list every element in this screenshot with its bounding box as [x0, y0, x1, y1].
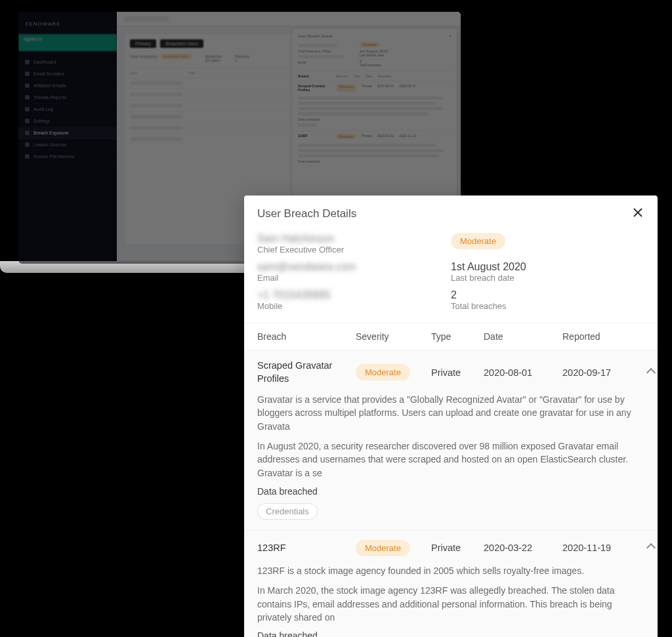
breach-name: 123RF: [257, 542, 356, 555]
modal-header: User Breach Details: [244, 195, 658, 229]
breach-row[interactable]: 123RF Moderate Private 2020-03-22 2020-1…: [257, 540, 644, 556]
severity-badge: Moderate: [451, 233, 505, 249]
breach-type: Private: [431, 367, 484, 378]
chevron-up-icon[interactable]: [646, 543, 656, 552]
breach-severity-badge: Moderate: [356, 540, 410, 556]
col-severity: Severity: [356, 331, 431, 342]
col-type: Type: [431, 331, 484, 342]
mobile-label: Mobile: [257, 301, 451, 311]
close-icon[interactable]: [631, 206, 644, 221]
col-reported: Reported: [562, 331, 641, 342]
col-breach: Breach: [257, 331, 356, 342]
breach-name: Scraped Gravatar Profiles: [257, 360, 356, 385]
modal-title: User Breach Details: [257, 207, 356, 220]
breach-reported: 2020-09-17: [562, 367, 641, 378]
breach-reported: 2020-11-19: [562, 543, 641, 553]
breach-description: In August 2020, a security researcher di…: [257, 440, 644, 480]
tag: Credentials: [257, 503, 318, 520]
breach-date: 2020-03-22: [484, 543, 562, 553]
breach-tags: Credentials: [257, 503, 644, 520]
breach-item: 123RF Moderate Private 2020-03-22 2020-1…: [244, 530, 658, 637]
breach-date: 2020-08-01: [484, 367, 562, 378]
user-role: Chief Executive Officer: [257, 245, 451, 255]
chevron-up-icon[interactable]: [646, 367, 656, 377]
breach-row[interactable]: Scraped Gravatar Profiles Moderate Priva…: [257, 360, 644, 385]
total-breaches: 2: [451, 289, 644, 301]
breach-description: 123RF is a stock image agency founded in…: [257, 564, 644, 577]
user-breach-modal: User Breach Details Sam Hatchinson Chief…: [244, 195, 658, 637]
last-breach-label: Last breach date: [451, 273, 644, 283]
user-email-blurred: sam@xendware.com: [257, 261, 451, 273]
user-name-blurred: Sam Hatchinson: [257, 233, 451, 245]
email-label: Email: [257, 273, 451, 283]
data-breached-label: Data breached: [257, 630, 644, 637]
breach-description: In March 2020, the stock image agency 12…: [257, 584, 644, 624]
data-breached-label: Data breached: [257, 486, 644, 497]
breach-table-header: Breach Severity Type Date Reported: [244, 323, 658, 350]
col-date: Date: [484, 331, 562, 342]
breach-type: Private: [431, 543, 484, 553]
last-breach-date: 1st August 2020: [451, 261, 644, 273]
breach-severity-badge: Moderate: [356, 364, 410, 380]
user-mobile-blurred: +1 7015439985: [257, 289, 451, 301]
breach-description: Gravatar is a service that provides a "G…: [257, 393, 644, 433]
user-info: Sam Hatchinson Chief Executive Officer s…: [244, 229, 658, 323]
total-breaches-label: Total breaches: [451, 301, 644, 311]
breach-item: Scraped Gravatar Profiles Moderate Priva…: [244, 350, 658, 530]
